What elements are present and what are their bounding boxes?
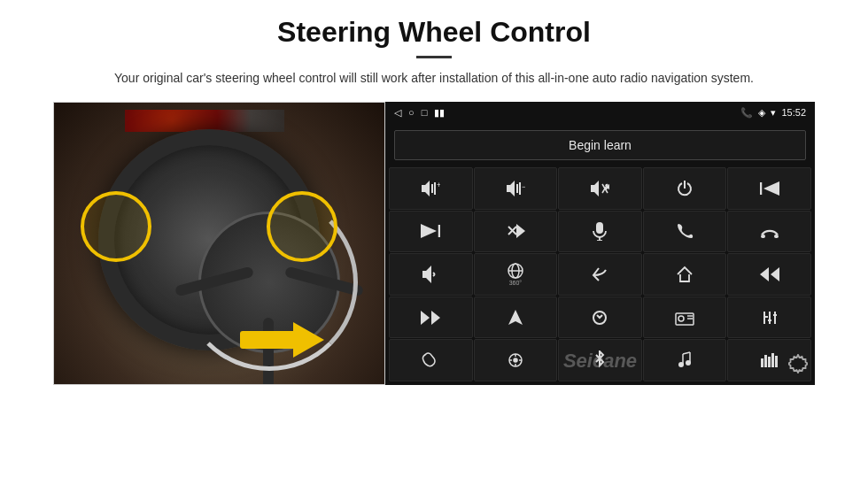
arrow-head (293, 322, 324, 358)
svg-marker-33 (508, 310, 523, 325)
vol-up-button[interactable]: + (389, 167, 473, 210)
mute-button[interactable]: ✕ (558, 167, 642, 210)
wifi-status-icon: ▾ (771, 107, 776, 119)
mic-button[interactable] (558, 211, 642, 253)
radio-button[interactable] (643, 296, 727, 339)
svg-marker-31 (421, 311, 430, 325)
prev-skip-button[interactable] (727, 167, 811, 210)
steering-wheel-image (53, 102, 385, 385)
svg-marker-30 (771, 267, 779, 281)
power-button[interactable] (643, 167, 727, 210)
svg-marker-8 (591, 181, 599, 196)
svg-point-54 (678, 362, 684, 367)
record-button[interactable] (389, 339, 473, 381)
svg-rect-59 (771, 353, 774, 367)
highlight-circle-right (267, 191, 337, 262)
next-button[interactable] (389, 211, 473, 253)
svg-rect-24 (774, 235, 779, 238)
gear-settings-icon[interactable] (788, 354, 808, 378)
svg-marker-19 (516, 224, 525, 238)
svg-point-46 (514, 358, 517, 362)
svg-rect-56 (761, 358, 763, 367)
vol-down-button[interactable]: − (474, 167, 558, 210)
equalizer-button[interactable] (727, 296, 811, 339)
page-wrapper: Steering Wheel Control Your original car… (0, 0, 868, 485)
battery-icon: ▮▮ (434, 107, 445, 119)
navigate-button[interactable] (474, 296, 558, 339)
svg-rect-57 (764, 355, 767, 367)
home-button[interactable] (643, 253, 727, 296)
svg-rect-58 (768, 357, 771, 367)
svg-marker-25 (422, 266, 431, 283)
android-display: ◁ ○ □ ▮▮ 📞 ◈ ▾ 15:52 Begin learn (385, 102, 815, 385)
svg-marker-14 (763, 181, 779, 196)
controls-grid: + − ✕ (385, 167, 815, 385)
svg-point-55 (686, 360, 691, 366)
subtitle: Your original car's steering wheel contr… (114, 69, 754, 88)
status-right: 📞 ◈ ▾ 15:52 (740, 107, 806, 119)
status-left: ◁ ○ □ ▮▮ (394, 107, 445, 119)
fast-fwd-cut-button[interactable] (474, 211, 558, 253)
skip-fwd-button[interactable] (389, 296, 473, 339)
begin-learn-button[interactable]: Begin learn (394, 130, 806, 160)
svg-rect-23 (761, 235, 765, 238)
content-area: ◁ ○ □ ▮▮ 📞 ◈ ▾ 15:52 Begin learn (53, 102, 815, 385)
svg-line-51 (683, 352, 690, 354)
title-divider (416, 56, 452, 58)
page-title: Steering Wheel Control (277, 16, 591, 49)
svg-text:+: + (437, 181, 440, 189)
svg-point-36 (678, 316, 684, 321)
svg-marker-32 (431, 311, 440, 325)
svg-text:−: − (522, 182, 525, 191)
location-status-icon: ◈ (758, 107, 765, 119)
svg-rect-60 (775, 356, 778, 367)
source-button[interactable] (558, 296, 642, 339)
hang-up-button[interactable] (727, 211, 811, 253)
status-bar: ◁ ○ □ ▮▮ 📞 ◈ ▾ 15:52 (385, 102, 815, 123)
home-nav-icon[interactable]: ○ (408, 107, 415, 118)
svg-marker-15 (421, 224, 437, 238)
bluetooth-button[interactable] (558, 339, 642, 381)
svg-marker-4 (507, 181, 515, 196)
back-nav-icon[interactable]: ◁ (394, 107, 401, 119)
phone-status-icon: 📞 (740, 107, 753, 119)
svg-rect-20 (596, 222, 603, 234)
call-button[interactable] (643, 211, 727, 253)
settings-dial-button[interactable] (474, 339, 558, 381)
back-button[interactable] (558, 253, 642, 296)
clock: 15:52 (781, 107, 806, 118)
svg-text:✕: ✕ (605, 183, 609, 191)
arrow-wrapper (231, 313, 337, 366)
recents-nav-icon[interactable]: □ (422, 107, 428, 118)
rewind-button[interactable] (727, 253, 811, 296)
highlight-circle-left (81, 191, 151, 262)
begin-learn-area: Begin learn (385, 123, 815, 167)
svg-marker-0 (422, 181, 430, 196)
svg-marker-29 (760, 267, 769, 281)
music-button[interactable] (643, 339, 727, 381)
camera-360-button[interactable]: 360° (474, 253, 558, 296)
speaker-button[interactable] (389, 253, 473, 296)
